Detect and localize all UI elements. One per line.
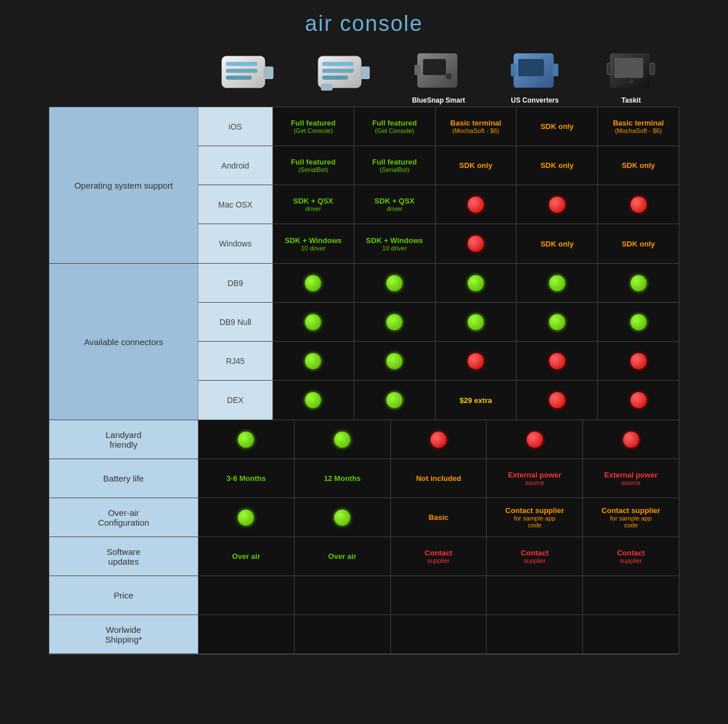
table-cell — [198, 420, 295, 459]
row-label: Worlwide Shipping* — [49, 615, 198, 653]
table-cell: Over air — [295, 537, 391, 576]
table-cell: Not included — [391, 459, 487, 498]
sub-row: DEX$29 extra — [198, 381, 679, 420]
sub-row-label: Android — [198, 146, 273, 185]
product-image-ac1 — [219, 45, 273, 96]
green-dot-icon — [386, 392, 402, 408]
table-cell — [516, 185, 598, 224]
green-dot-icon — [631, 314, 647, 330]
svg-rect-9 — [322, 76, 348, 80]
table-cell — [436, 224, 517, 263]
table-cell: External powersource — [583, 459, 679, 498]
table-cell — [273, 381, 354, 420]
table-cell — [391, 576, 487, 615]
green-dot-icon — [631, 275, 647, 291]
row-label: Battery life — [49, 459, 198, 498]
table-row: Price — [49, 576, 679, 615]
table-cell: Contactsupplier — [487, 537, 583, 576]
svg-rect-21 — [615, 58, 643, 78]
sub-row-label: RJ45 — [198, 342, 273, 380]
svg-rect-15 — [414, 65, 420, 75]
table-cell: SDK only — [516, 107, 598, 146]
table-cell: SDK + QSXdriver — [273, 185, 354, 224]
green-dot-icon — [334, 510, 350, 526]
table-cell: Full featured(Get Console) — [354, 107, 436, 146]
table-row: Software updatesOver airOver airContacts… — [49, 537, 679, 576]
table-cell: External powersource — [487, 459, 583, 498]
table-cell — [354, 264, 436, 302]
svg-point-24 — [629, 79, 633, 84]
page-title: air console — [305, 11, 423, 36]
green-dot-icon — [386, 275, 402, 291]
svg-rect-11 — [360, 66, 370, 79]
row-label: Price — [49, 576, 198, 615]
svg-rect-13 — [423, 59, 446, 75]
svg-rect-19 — [553, 64, 558, 76]
table-cell: SDK + Windows10 driver — [273, 224, 354, 263]
red-dot-icon — [549, 353, 565, 369]
table-cell — [598, 185, 679, 224]
table-cell: Basic terminal(MochaSoft - $6) — [598, 107, 679, 146]
red-dot-icon — [468, 236, 484, 252]
product-image-tk — [604, 45, 659, 96]
table-cell — [598, 303, 679, 341]
table-cell: Full featured(SerialBot) — [273, 146, 354, 185]
section-group: Available connectorsDB9DB9 NullRJ45DEX$2… — [49, 264, 679, 420]
svg-rect-17 — [518, 59, 544, 76]
comparison-table: Operating system supportiOSFull featured… — [49, 107, 679, 655]
table-cell — [273, 303, 354, 341]
table-cell — [436, 342, 517, 380]
row-label: Landyard friendly — [49, 420, 198, 459]
table-cell: Contact supplierfor sample appcode — [487, 498, 583, 537]
table-row: Landyard friendly — [49, 420, 679, 459]
sub-row-label: Windows — [198, 224, 273, 263]
green-dot-icon — [238, 510, 254, 526]
table-cell — [354, 342, 436, 380]
sub-row: Mac OSXSDK + QSXdriverSDK + QSXdriver — [198, 185, 679, 224]
table-cell: SDK + QSXdriver — [354, 185, 436, 224]
table-cell: Full featured(Get Console) — [273, 107, 354, 146]
svg-rect-8 — [322, 69, 354, 73]
sub-row: DB9 Null — [198, 303, 679, 342]
green-dot-icon — [468, 314, 484, 330]
table-cell — [354, 303, 436, 341]
table-cell — [198, 615, 295, 653]
table-cell: SDK + Windows10 driver — [354, 224, 436, 263]
table-cell — [516, 342, 598, 380]
green-dot-icon — [549, 275, 565, 291]
svg-rect-22 — [607, 63, 612, 75]
product-name-uc: US Converters — [511, 96, 558, 104]
product-header: BlueSnap Smart US Converters — [198, 39, 679, 107]
green-dot-icon — [468, 275, 484, 291]
table-cell — [198, 576, 295, 615]
table-cell: Basic — [391, 498, 487, 537]
product-image-bs — [412, 45, 466, 96]
table-cell — [516, 381, 598, 420]
green-dot-icon — [386, 314, 402, 330]
sub-row: WindowsSDK + Windows10 driverSDK + Windo… — [198, 224, 679, 263]
table-cell — [487, 615, 583, 653]
product-image-ac2 — [315, 45, 370, 96]
product-col-bs: BlueSnap Smart — [390, 42, 487, 107]
sub-row-label: iOS — [198, 107, 273, 146]
red-dot-icon — [549, 392, 565, 408]
svg-point-14 — [445, 73, 452, 80]
table-cell: SDK only — [598, 224, 679, 263]
section-label: Available connectors — [49, 264, 198, 420]
table-cell — [598, 264, 679, 302]
table-cell: Basic terminal(MochaSoft - $6) — [436, 107, 517, 146]
svg-rect-4 — [226, 76, 252, 80]
sub-row: RJ45 — [198, 342, 679, 381]
table-cell — [295, 615, 391, 653]
svg-rect-2 — [226, 62, 257, 66]
table-cell — [295, 498, 391, 537]
table-cell — [436, 264, 517, 302]
table-cell: 3-6 Months — [198, 459, 295, 498]
table-cell — [295, 420, 391, 459]
sub-row: AndroidFull featured(SerialBot)Full feat… — [198, 146, 679, 185]
sub-row: DB9 — [198, 264, 679, 303]
table-cell — [487, 420, 583, 459]
red-dot-icon — [631, 197, 647, 213]
table-cell — [391, 615, 487, 653]
table-cell — [273, 264, 354, 302]
